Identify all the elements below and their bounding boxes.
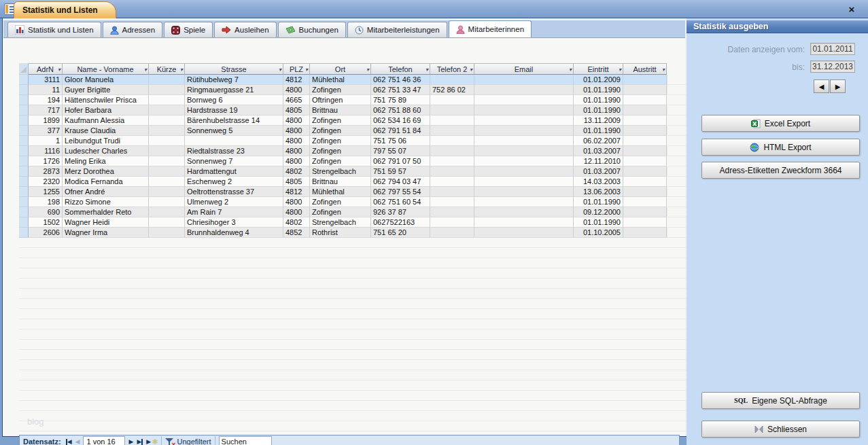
cell[interactable]: Ringmauergasse 21: [185, 85, 283, 95]
cell[interactable]: 751 75 06: [371, 136, 430, 146]
cell[interactable]: [623, 177, 667, 187]
cell[interactable]: 062 751 88 60: [371, 105, 430, 115]
cell[interactable]: Kaufmann Alessia: [63, 115, 149, 126]
cell[interactable]: 1255: [29, 187, 63, 197]
cell[interactable]: Zofingen: [310, 146, 371, 156]
cell[interactable]: 4800: [283, 156, 310, 166]
document-tab[interactable]: Statistik und Listen: [14, 1, 116, 18]
cell[interactable]: [474, 187, 574, 197]
cell[interactable]: Zofingen: [310, 136, 371, 146]
cell[interactable]: 752 86 02: [430, 85, 474, 95]
cell[interactable]: Wagner Irma: [63, 228, 149, 238]
cell[interactable]: 4812: [283, 187, 310, 197]
cell[interactable]: [430, 228, 474, 238]
cell[interactable]: [623, 207, 667, 217]
cell[interactable]: [430, 126, 474, 136]
cell[interactable]: [474, 115, 574, 126]
cell[interactable]: Bornweg 6: [185, 95, 283, 105]
cell[interactable]: 4800: [283, 136, 310, 146]
cell[interactable]: [149, 166, 185, 177]
cell[interactable]: 717: [29, 105, 63, 115]
cell[interactable]: 062 791 07 50: [371, 156, 430, 166]
address-labels-button[interactable]: Adress-Etiketten Zweckform 3664: [701, 162, 860, 179]
column-header-adrn[interactable]: AdrN▾: [29, 63, 63, 75]
cell[interactable]: [149, 95, 185, 105]
cell[interactable]: Rütihubelweg 7: [185, 75, 283, 85]
column-header-strasse[interactable]: Strasse▾: [185, 63, 283, 75]
cell[interactable]: [430, 75, 474, 85]
cell[interactable]: 1726: [29, 156, 63, 166]
row-selector[interactable]: [19, 115, 29, 126]
cell[interactable]: 4800: [283, 197, 310, 207]
cell[interactable]: 4852: [283, 228, 310, 238]
cell[interactable]: 01.01.1990: [574, 95, 623, 105]
cell[interactable]: [474, 146, 574, 156]
cell[interactable]: [149, 115, 185, 126]
cell[interactable]: Chriesihoger 3: [185, 217, 283, 228]
cell[interactable]: 01.10.2005: [574, 228, 623, 238]
cell[interactable]: [474, 126, 574, 136]
cell[interactable]: 2606: [29, 228, 63, 238]
cell[interactable]: Oftringen: [310, 95, 371, 105]
cell[interactable]: Hardstrasse 19: [185, 105, 283, 115]
cell[interactable]: [623, 105, 667, 115]
cell[interactable]: 13.06.2003: [574, 187, 623, 197]
cell[interactable]: 4802: [283, 217, 310, 228]
cell[interactable]: 4805: [283, 177, 310, 187]
cell[interactable]: [474, 95, 574, 105]
cell[interactable]: Brunnhaldenweg 4: [185, 228, 283, 238]
cell[interactable]: [623, 115, 667, 126]
cell[interactable]: [623, 95, 667, 105]
cell[interactable]: [149, 146, 185, 156]
cell[interactable]: Zofingen: [310, 126, 371, 136]
cell[interactable]: 13.11.2009: [574, 115, 623, 126]
cell[interactable]: 01.01.1990: [574, 217, 623, 228]
cell[interactable]: [474, 156, 574, 166]
close-form-button[interactable]: Schliessen: [701, 421, 860, 438]
cell[interactable]: Rizzo Simone: [63, 197, 149, 207]
cell[interactable]: [430, 166, 474, 177]
cell[interactable]: 01.01.1990: [574, 197, 623, 207]
tab-spiele[interactable]: Spiele: [164, 22, 213, 37]
cell[interactable]: [623, 187, 667, 197]
sql-query-button[interactable]: SQL Eigene SQL-Abfrage: [701, 392, 860, 409]
cell[interactable]: [474, 75, 574, 85]
cell[interactable]: 01.01.1990: [574, 105, 623, 115]
cell[interactable]: [623, 85, 667, 95]
column-header-telefon[interactable]: Telefon▾: [371, 63, 430, 75]
cell[interactable]: 1116: [29, 146, 63, 156]
column-header-eintritt[interactable]: Eintritt▾: [574, 63, 623, 75]
next-period-button[interactable]: ▶: [830, 79, 846, 93]
cell[interactable]: 4812: [283, 75, 310, 85]
date-from-field[interactable]: 01.01.2011: [810, 43, 855, 55]
cell[interactable]: [623, 197, 667, 207]
cell[interactable]: Merz Dorothea: [63, 166, 149, 177]
tab-mitarbeiterinnen[interactable]: Mitarbeiterinnen: [449, 20, 532, 37]
cell[interactable]: 14.03.2003: [574, 177, 623, 187]
cell[interactable]: [623, 217, 667, 228]
cell[interactable]: [149, 105, 185, 115]
cell[interactable]: [149, 217, 185, 228]
cell[interactable]: 062 797 55 54: [371, 187, 430, 197]
cell[interactable]: 06.02.2007: [574, 136, 623, 146]
cell[interactable]: [430, 187, 474, 197]
cell[interactable]: [430, 177, 474, 187]
row-selector[interactable]: [19, 197, 29, 207]
cell[interactable]: Guyer Brigitte: [63, 85, 149, 95]
row-selector[interactable]: [19, 228, 29, 238]
column-header-email[interactable]: Email▾: [474, 63, 574, 75]
column-header-kuerze[interactable]: Kürze▾: [149, 63, 185, 75]
cell[interactable]: Sonnenweg 7: [185, 156, 283, 166]
cell[interactable]: Strengelbach: [310, 217, 371, 228]
cell[interactable]: 194: [29, 95, 63, 105]
cell[interactable]: 751 59 57: [371, 166, 430, 177]
search-input[interactable]: [219, 436, 272, 445]
cell[interactable]: 062 751 60 54: [371, 197, 430, 207]
cell[interactable]: [623, 156, 667, 166]
cell[interactable]: 0627522163: [371, 217, 430, 228]
cell[interactable]: [623, 166, 667, 177]
cell[interactable]: Sommerhalder Reto: [63, 207, 149, 217]
cell[interactable]: [185, 136, 283, 146]
cell[interactable]: [430, 95, 474, 105]
cell[interactable]: 062 791 51 84: [371, 126, 430, 136]
